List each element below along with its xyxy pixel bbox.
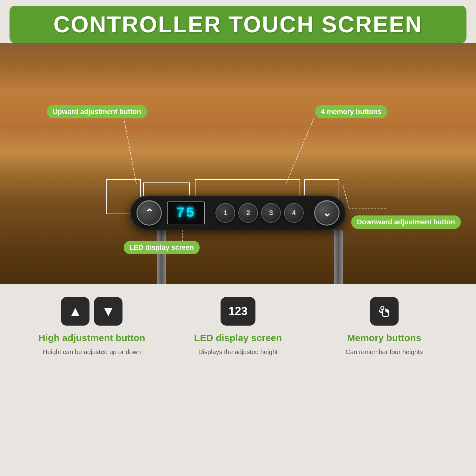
down-triangle-icon: ▼ [102, 303, 116, 319]
led-annotation: LED display screen [124, 241, 200, 254]
memory-button-1-label: 1 [223, 209, 227, 217]
memory-annotation: 4 memory buttons [315, 105, 387, 118]
memory-desc: Can remember four heights [346, 347, 423, 357]
desk-background [0, 43, 476, 284]
memory-button-4[interactable]: 4 [284, 203, 304, 223]
memory-title: Memory buttons [347, 333, 421, 343]
feature-led: 123 LED display screen Displays the adju… [165, 297, 312, 357]
down-button-icon-box: ▼ [94, 297, 122, 326]
downward-button[interactable]: ⌄ [314, 200, 340, 226]
downward-annotation: Downward adjustment button [351, 215, 461, 229]
up-arrow-icon: ⌃ [145, 207, 154, 219]
led-value: 75 [176, 205, 196, 221]
controller-bar: ⌃ 75 1 2 3 4 ⌄ [130, 195, 346, 230]
up-button-icon-box: ▲ [61, 297, 89, 326]
adjustment-desc: Height can be adjusted up or down [43, 347, 141, 357]
table-leg-right [334, 230, 343, 284]
led-icons: 123 [221, 297, 255, 326]
touch-icon [376, 303, 393, 320]
feature-adjustment: ▲ ▼ High adjustment button Height can be… [19, 297, 165, 357]
memory-button-3[interactable]: 3 [261, 203, 281, 223]
table-leg-left [157, 230, 166, 284]
led-123-icon: 123 [228, 305, 248, 318]
adjustment-icons: ▲ ▼ [61, 297, 122, 326]
page-title: CONTROLLER TOUCH SCREEN [22, 11, 454, 37]
memory-buttons-area: 1 2 3 4 [210, 203, 309, 223]
up-triangle-icon: ▲ [69, 303, 83, 319]
touch-icon-box [370, 297, 399, 326]
memory-button-4-label: 4 [292, 209, 296, 217]
title-banner: CONTROLLER TOUCH SCREEN [10, 6, 466, 43]
upward-button[interactable]: ⌃ [136, 200, 162, 226]
led-display: 75 [167, 202, 205, 224]
memory-button-2-label: 2 [246, 209, 250, 217]
led-desc: Displays the adjusted height [198, 347, 278, 357]
memory-button-1[interactable]: 1 [215, 203, 235, 223]
memory-button-2[interactable]: 2 [238, 203, 258, 223]
down-arrow-icon: ⌄ [323, 207, 331, 219]
product-photo-section: ⌃ 75 1 2 3 4 ⌄ Upward adjustment [0, 43, 476, 284]
memory-button-3-label: 3 [269, 209, 273, 217]
features-section: ▲ ▼ High adjustment button Height can be… [0, 284, 476, 369]
feature-memory: Memory buttons Can remember four heights [311, 297, 457, 357]
adjustment-title: High adjustment button [38, 333, 145, 343]
led-icon-box: 123 [221, 297, 255, 326]
memory-icons [370, 297, 399, 326]
led-title: LED display screen [194, 333, 282, 343]
upward-annotation: Upward adjustment button [47, 105, 147, 118]
